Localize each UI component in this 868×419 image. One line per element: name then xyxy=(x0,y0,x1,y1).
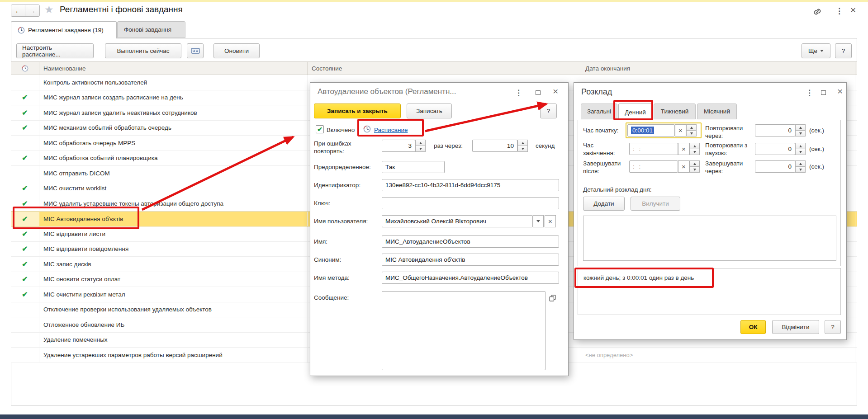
username-label: Имя пользователя: xyxy=(314,217,368,225)
predefined-field: Так xyxy=(382,161,445,173)
finish-after-stepper[interactable] xyxy=(689,160,700,173)
schedule-dialog-maximize-icon[interactable] xyxy=(821,89,826,96)
row-name: МІС відправити повідомлення xyxy=(39,242,308,257)
end-time-stepper[interactable] xyxy=(689,143,700,155)
retry-count-field[interactable]: 3 xyxy=(382,140,415,152)
username-dropdown-button[interactable] xyxy=(533,215,544,227)
row-enabled-check-icon: ✔ xyxy=(11,151,39,166)
get-link-icon[interactable] xyxy=(812,6,823,19)
schedule-help-button[interactable]: ? xyxy=(825,320,841,334)
start-time-clear-button[interactable]: × xyxy=(675,124,686,137)
start-time-field[interactable]: 0:00:01 xyxy=(627,124,675,137)
row-enabled-check-icon: ✔ xyxy=(11,287,39,302)
row-enabled-check-icon: ✔ xyxy=(11,226,39,241)
job-dialog-close-icon[interactable]: × xyxy=(553,87,558,96)
configure-schedule-button[interactable]: Настроить расписание... xyxy=(16,43,94,58)
repeat-pause-stepper[interactable] xyxy=(795,143,806,155)
tab-monthly[interactable]: Місячний xyxy=(697,104,737,119)
tab-daily[interactable]: Денний xyxy=(618,104,652,120)
schedule-dialog-title: Розклад xyxy=(581,87,612,97)
finish-after-field[interactable]: : : xyxy=(629,160,678,173)
repeat-pause-unit: (сек.) xyxy=(809,145,824,153)
remove-button[interactable]: Вилучити xyxy=(631,197,680,211)
column-clock-icon[interactable] xyxy=(11,62,39,75)
row-enabled-check-icon: ✔ xyxy=(11,105,39,120)
column-state[interactable]: Состояние xyxy=(308,62,581,75)
refresh-button[interactable]: Оновити xyxy=(213,43,260,58)
identifier-field[interactable]: 130ee892-cc10-4b32-811d-6dd94dcc9175 xyxy=(382,179,559,191)
method-field[interactable]: МИС_ОбщегоНазначения.АвтоудалениеОбъекто… xyxy=(382,272,559,284)
save-and-close-button[interactable]: Записать и закрыть xyxy=(314,104,401,118)
repeat-pause-label: Повторювати з паузою: xyxy=(705,141,756,157)
page-title: Регламентні і фонові завдання xyxy=(60,5,183,14)
nav-group: ← → xyxy=(11,5,40,17)
summary-box: кожний день; з 0:00:01 один раз в день xyxy=(578,268,841,315)
synonym-field[interactable]: МІС Автовидалення об'єктів xyxy=(382,254,559,266)
tab-general[interactable]: Загальні xyxy=(581,104,617,119)
repeat-pause-field[interactable]: 0 xyxy=(755,143,795,155)
row-name: МИС механизм событий обработать очередь xyxy=(39,121,308,136)
save-button[interactable]: Записать xyxy=(407,104,452,118)
window-menu-icon[interactable]: ⋮ xyxy=(835,6,843,16)
schedule-link[interactable]: Расписание xyxy=(374,126,408,134)
schedule-dialog-close-icon[interactable]: × xyxy=(837,87,843,96)
end-time-placeholder: : : xyxy=(633,146,642,152)
row-icon-cell xyxy=(11,302,39,317)
job-console-icon xyxy=(191,47,200,54)
end-time-label: Час закінчення: xyxy=(583,141,625,157)
top-accent-strip xyxy=(0,0,868,2)
row-name: МІС очистити реквізит метал xyxy=(39,287,308,302)
end-time-clear-button[interactable]: × xyxy=(678,143,689,155)
row-enabled-check-icon: ✔ xyxy=(11,257,39,272)
job-dialog-menu-icon[interactable]: ⋮ xyxy=(515,88,522,98)
app-window: ← → ★ Регламентні і фонові завдання ⋮ × … xyxy=(0,0,868,419)
job-dialog-title: Автоудаление объектов (Регламентн... xyxy=(318,87,456,96)
retry-interval-stepper[interactable] xyxy=(517,140,528,152)
finish-every-field[interactable]: 0 xyxy=(755,160,795,173)
username-clear-button[interactable]: × xyxy=(545,215,556,227)
message-textarea[interactable] xyxy=(382,291,545,370)
retry-interval-field[interactable]: 10 xyxy=(472,140,517,152)
key-field[interactable] xyxy=(382,197,559,209)
back-button[interactable]: ← xyxy=(11,5,25,16)
enabled-checkbox[interactable]: ✔ xyxy=(316,125,324,133)
message-expand-icon[interactable] xyxy=(547,292,558,303)
finish-every-stepper[interactable] xyxy=(795,160,806,173)
end-time-field[interactable]: : : xyxy=(629,143,678,155)
cancel-button[interactable]: Відмінити xyxy=(772,320,819,334)
add-button[interactable]: Додати xyxy=(583,197,625,211)
forward-button[interactable]: → xyxy=(25,5,39,16)
tab-weekly[interactable]: Тижневий xyxy=(654,104,696,119)
tab-scheduled-jobs[interactable]: Регламентні завдання (19) xyxy=(11,21,117,38)
synonym-label: Синоним: xyxy=(314,256,341,264)
retry-count-stepper[interactable] xyxy=(415,140,426,152)
schedule-dialog: Розклад ⋮ × Загальні Денний Тижневий Міс… xyxy=(574,82,847,340)
tab-background-jobs[interactable]: Фонові завдання xyxy=(117,21,185,38)
column-end-date[interactable]: Дата окончания xyxy=(581,62,855,75)
finish-after-clear-button[interactable]: × xyxy=(678,160,689,173)
window-close-icon[interactable]: × xyxy=(850,5,856,14)
background-job-icon-button[interactable] xyxy=(187,43,204,58)
row-icon-cell xyxy=(11,348,39,363)
name-field[interactable]: МИС_АвтоудалениеОбъектов xyxy=(382,235,559,248)
job-dialog-maximize-icon[interactable] xyxy=(536,89,541,96)
column-name[interactable]: Наименование xyxy=(39,62,308,75)
start-time-stepper[interactable] xyxy=(686,124,697,137)
job-dialog-help-button[interactable]: ? xyxy=(540,104,557,118)
help-button[interactable]: ? xyxy=(835,43,852,58)
run-now-button[interactable]: Выполнить сейчас xyxy=(105,43,181,58)
detail-schedule-list[interactable] xyxy=(583,216,836,261)
finish-after-label: Завершувати після: xyxy=(583,160,626,175)
row-enabled-check-icon: ✔ xyxy=(11,90,39,105)
more-button[interactable]: Ще xyxy=(802,43,830,58)
repeat-every-stepper[interactable] xyxy=(795,124,806,137)
repeat-every-field[interactable]: 0 xyxy=(755,124,795,137)
schedule-dialog-menu-icon[interactable]: ⋮ xyxy=(806,88,813,98)
ok-button[interactable]: ОК xyxy=(740,320,766,334)
favorite-star-icon[interactable]: ★ xyxy=(44,4,54,16)
row-name: МИС журнал записи создать расписание на … xyxy=(39,90,308,105)
username-combo[interactable]: Михайловський Олексій Вікторович xyxy=(382,215,533,227)
chevron-down-icon xyxy=(820,50,824,52)
row-icon-cell xyxy=(11,75,39,90)
predefined-label: Предопределенное: xyxy=(314,163,371,171)
